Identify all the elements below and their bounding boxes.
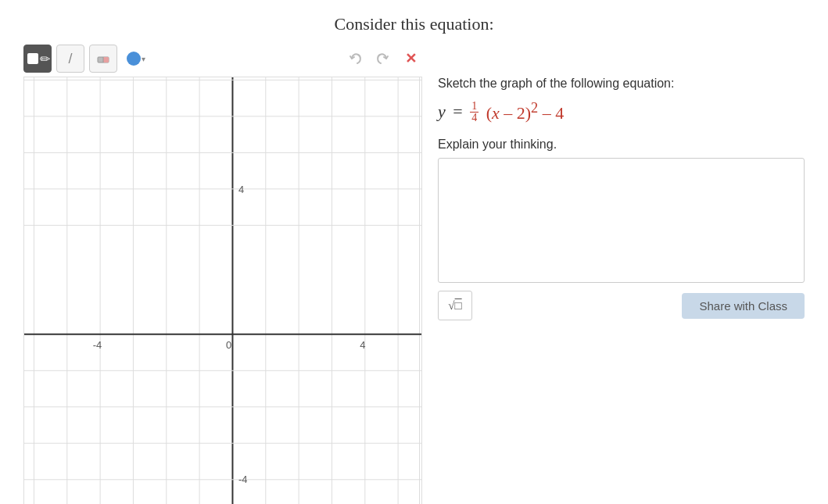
graph-container[interactable]: .grid-line { stroke: #ddd; stroke-width:… xyxy=(23,77,422,504)
bottom-bar: √□ Share with Class xyxy=(438,291,805,320)
chevron-down-icon: ▾ xyxy=(142,55,145,63)
equation-fraction: 1 4 xyxy=(470,101,479,123)
eraser-tool[interactable] xyxy=(89,45,117,73)
pencil-dark-tool[interactable]: ✏ xyxy=(23,45,52,73)
redo-button[interactable] xyxy=(371,47,394,70)
svg-rect-2 xyxy=(103,57,109,63)
x-pos4-label: 4 xyxy=(360,339,365,351)
page-title: Consider this equation: xyxy=(0,0,828,42)
undo-button[interactable] xyxy=(344,47,367,70)
close-button[interactable]: ✕ xyxy=(399,47,422,70)
math-icon: √□ xyxy=(448,299,461,313)
x-neg4-label: -4 xyxy=(93,339,102,351)
math-input-button[interactable]: √□ xyxy=(438,291,472,320)
undo-redo-group xyxy=(344,47,394,70)
problem-instruction: Sketch the graph of the following equati… xyxy=(438,77,805,91)
drawing-area: ✏ / ▾ xyxy=(23,42,422,504)
equation-equals: = xyxy=(449,102,467,122)
problem-area: Sketch the graph of the following equati… xyxy=(438,42,805,504)
y-neg4-label: -4 xyxy=(238,474,248,485)
equation-body: (x – 2)2 – 4 xyxy=(482,100,564,123)
pencil-light-tool[interactable]: / xyxy=(56,45,84,73)
color-dot xyxy=(127,52,141,66)
equation-y: y xyxy=(438,102,446,122)
x-zero-label: 0 xyxy=(226,339,231,351)
explain-textarea[interactable] xyxy=(438,158,805,283)
equation-display: y = 1 4 (x – 2)2 – 4 xyxy=(438,100,805,123)
toolbar: ✏ / ▾ xyxy=(23,42,422,77)
share-with-class-button[interactable]: Share with Class xyxy=(682,293,805,319)
y-pos4-label: 4 xyxy=(238,184,244,195)
explain-label: Explain your thinking. xyxy=(438,138,805,152)
graph-svg: .grid-line { stroke: #ddd; stroke-width:… xyxy=(24,77,421,504)
color-picker[interactable]: ▾ xyxy=(122,45,150,73)
